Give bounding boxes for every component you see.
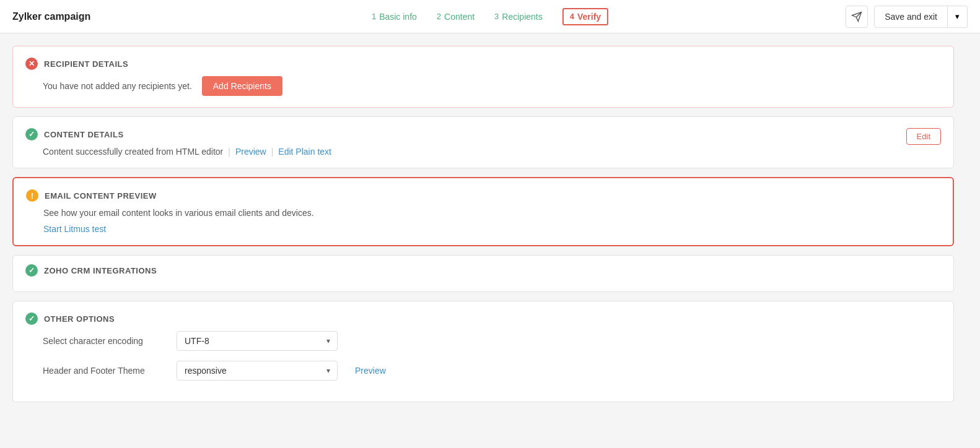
content-details-inner: ✓ CONTENT DETAILS Content successfully c… (25, 128, 941, 157)
step-2-number: 2 (437, 12, 441, 21)
start-litmus-link[interactable]: Start Litmus test (43, 224, 106, 234)
step-content[interactable]: 2 Content (437, 12, 475, 22)
email-preview-header: ! EMAIL CONTENT PREVIEW (26, 189, 940, 202)
theme-preview-link[interactable]: Preview (355, 366, 386, 376)
other-options-header: ✓ OTHER OPTIONS (25, 312, 941, 325)
theme-row: Header and Footer Theme responsive class… (43, 361, 941, 381)
steps-navigation: 1 Basic info 2 Content 3 Recipients 4 Ve… (372, 8, 608, 25)
other-options-content: Select character encoding UTF-8 ISO-8859… (25, 331, 941, 381)
edit-plain-text-link[interactable]: Edit Plain text (278, 147, 331, 157)
recipient-error-icon: ✕ (25, 58, 38, 70)
theme-select[interactable]: responsive classic modern minimal (177, 361, 338, 381)
recipient-row: You have not added any recipients yet. A… (43, 76, 941, 96)
content-details-title: CONTENT DETAILS (44, 130, 124, 139)
content-message: Content successfully created from HTML e… (43, 147, 223, 157)
theme-label: Header and Footer Theme (43, 366, 167, 376)
step-1-label: Basic info (379, 12, 417, 22)
encoding-select[interactable]: UTF-8 ISO-8859-1 UTF-16 Windows-1252 (177, 331, 338, 351)
step-3-label: Recipients (502, 12, 542, 22)
header-actions: Save and exit ▾ (846, 6, 968, 28)
other-options-success-icon: ✓ (25, 312, 38, 325)
email-preview-description: See how your email content looks in vari… (43, 208, 940, 218)
zoho-crm-header: ✓ ZOHO CRM INTEGRATIONS (25, 264, 941, 277)
email-content-preview-card: ! EMAIL CONTENT PREVIEW See how your ema… (12, 177, 954, 246)
save-exit-dropdown-button[interactable]: ▾ (948, 6, 968, 28)
zoho-crm-title: ZOHO CRM INTEGRATIONS (44, 266, 157, 275)
email-preview-warning-icon: ! (26, 189, 38, 202)
email-preview-title: EMAIL CONTENT PREVIEW (45, 191, 157, 200)
campaign-title: Zylker campaign (12, 11, 90, 22)
encoding-label: Select character encoding (43, 336, 167, 346)
save-exit-button[interactable]: Save and exit (874, 6, 948, 28)
step-recipients[interactable]: 3 Recipients (494, 12, 543, 22)
content-edit-button[interactable]: Edit (906, 128, 941, 145)
app-header: Zylker campaign 1 Basic info 2 Content 3… (0, 0, 980, 33)
zoho-crm-card: ✓ ZOHO CRM INTEGRATIONS (12, 255, 954, 292)
step-4-label: Verify (577, 12, 601, 22)
chevron-down-icon: ▾ (955, 12, 960, 21)
zoho-crm-success-icon: ✓ (25, 264, 38, 277)
step-2-label: Content (444, 12, 475, 22)
encoding-row: Select character encoding UTF-8 ISO-8859… (43, 331, 941, 351)
step-verify[interactable]: 4 Verify (562, 8, 608, 25)
recipient-message: You have not added any recipients yet. (43, 81, 192, 91)
send-test-button[interactable] (846, 6, 868, 28)
email-preview-content: See how your email content looks in vari… (26, 208, 940, 234)
preview-link[interactable]: Preview (235, 147, 266, 157)
content-details-content: Content successfully created from HTML e… (25, 147, 331, 157)
separator-2: | (271, 147, 274, 157)
content-details-left: ✓ CONTENT DETAILS Content successfully c… (25, 128, 331, 157)
content-details-card: ✓ CONTENT DETAILS Content successfully c… (12, 116, 954, 168)
recipient-details-title: RECIPIENT DETAILS (44, 59, 128, 69)
theme-select-wrapper: responsive classic modern minimal (177, 361, 338, 381)
step-basic-info[interactable]: 1 Basic info (372, 12, 417, 22)
encoding-select-wrapper: UTF-8 ISO-8859-1 UTF-16 Windows-1252 (177, 331, 338, 351)
main-content: ✕ RECIPIENT DETAILS You have not added a… (0, 33, 966, 423)
step-1-number: 1 (372, 12, 376, 21)
other-options-title: OTHER OPTIONS (44, 314, 115, 324)
add-recipients-button[interactable]: Add Recipients (202, 76, 282, 96)
content-text-row: Content successfully created from HTML e… (43, 147, 331, 157)
separator-1: | (228, 147, 230, 157)
other-options-card: ✓ OTHER OPTIONS Select character encodin… (12, 301, 954, 402)
step-4-number: 4 (570, 12, 574, 21)
save-exit-group: Save and exit ▾ (874, 6, 968, 28)
recipient-details-content: You have not added any recipients yet. A… (25, 76, 941, 96)
recipient-details-header: ✕ RECIPIENT DETAILS (25, 58, 941, 70)
recipient-details-card: ✕ RECIPIENT DETAILS You have not added a… (12, 46, 954, 108)
content-success-icon: ✓ (25, 128, 38, 140)
step-3-number: 3 (494, 12, 499, 21)
content-details-header: ✓ CONTENT DETAILS (25, 128, 331, 140)
